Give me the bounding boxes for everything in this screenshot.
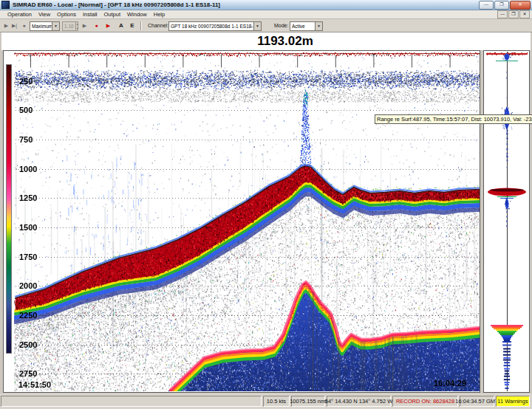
toolbar: ▶ ▶| ● Maximum ▼ 1.10 ▲ ▼ ▶ ● ▶ A E Chan… [0,19,532,32]
title-bar: SIMRAD ER60 - Local - [Normal] - [GPT 18… [0,0,532,10]
status-record: RECORD ON: 8628428 [392,396,458,407]
mdi-close-icon[interactable]: ✕ [519,10,530,18]
menu-options[interactable]: Options [57,11,76,18]
range-mode-combobox[interactable]: Maximum ▼ [30,21,60,31]
status-bar: 10.5 kts 10075.155 nmi 54° 14.430 N 134°… [0,393,532,409]
menu-bar: Operation View Options Install Output Wi… [0,10,532,19]
event-e-button[interactable]: E [128,21,137,30]
warnings-button[interactable]: 11 Warnings [496,396,530,407]
record-dot-icon[interactable]: ● [92,21,100,30]
status-clock: 16:04:34.57 GMT [460,396,494,407]
spinner-arrows[interactable]: ▲ ▼ [75,22,79,30]
menu-view[interactable]: View [38,11,50,18]
minimize-button-icon[interactable]: — [479,1,494,10]
mdi-restore-icon[interactable]: ❐ [508,10,519,18]
status-position: 54° 14.430 N 134° 4.752 W [327,396,391,407]
menu-operation[interactable]: Operation [7,11,32,18]
menu-window[interactable]: Window [127,11,147,18]
chevron-down-icon[interactable]: ▼ [253,22,261,30]
channel-value: GPT 18 kHz 00907205808d 1-1 ES18-11 [169,22,253,30]
record-play-icon[interactable]: ▶ [104,21,112,30]
interval-value: 1.10 [63,22,75,30]
annotation-a-button[interactable]: A [117,21,126,30]
chevron-down-icon[interactable]: ▼ [52,22,59,30]
mdi-window-controls: — ❐ ✕ [497,10,530,18]
mdi-minimize-icon[interactable]: — [497,10,508,18]
ping-forward-icon[interactable]: ▶ [81,21,89,30]
range-mode-value: Maximum [30,22,52,30]
mode-label: Mode: [274,23,288,28]
status-speed: 10.5 kts [263,396,290,407]
chevron-down-icon[interactable]: ▼ [315,22,322,30]
spin-down-icon[interactable]: ▼ [76,27,79,31]
channel-combobox[interactable]: GPT 18 kHz 00907205808d 1-1 ES18-11 ▼ [168,21,262,31]
ping-trace-canvas[interactable] [485,52,529,391]
menu-help[interactable]: Help [154,11,165,18]
window-title: SIMRAD ER60 - Local - [Normal] - [GPT 18… [13,1,220,8]
toolbar-separator [140,21,141,30]
stop-dot-icon[interactable]: ● [20,21,28,30]
close-button-icon[interactable]: ✕ [510,1,531,10]
menu-output[interactable]: Output [104,11,121,18]
channel-label: Channel: [148,23,168,28]
menu-install[interactable]: Install [83,11,98,18]
replay-step-icon[interactable]: ▶| [10,21,18,30]
echogram-panel [3,50,480,393]
echogram-canvas[interactable] [14,52,480,391]
color-scale-bar [6,64,12,354]
depth-readout: 1193.02m [1,32,531,50]
mode-combobox[interactable]: Active ▼ [290,21,323,31]
ping-trace-panel [483,50,530,393]
window-controls: — ❐ ✕ [479,1,531,10]
app-icon [1,1,10,9]
status-distance: 10075.155 nmi [291,396,325,407]
interval-spinner[interactable]: 1.10 ▲ ▼ [62,21,78,31]
replay-play-icon[interactable]: ▶ [2,21,10,30]
hover-tooltip: Range re Surf:487.95, Time:15:57:07, Dis… [375,114,532,124]
maximize-button-icon[interactable]: ❐ [494,1,509,10]
mode-value: Active [290,22,315,30]
status-message-field [1,396,262,407]
